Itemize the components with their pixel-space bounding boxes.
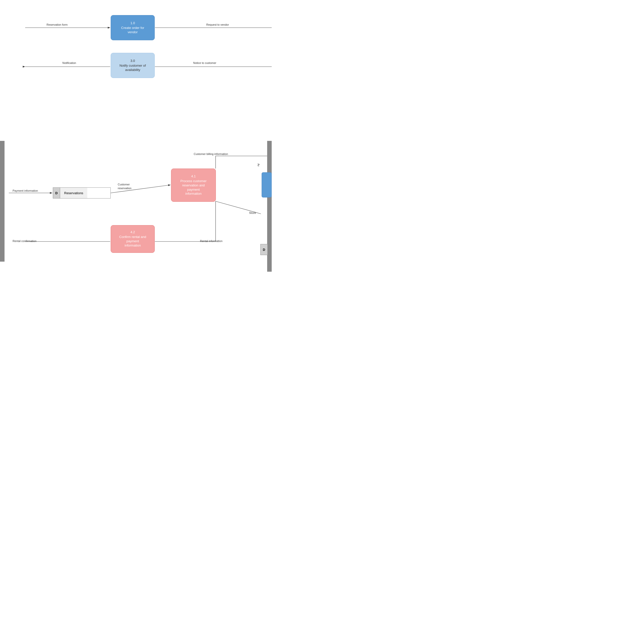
diagram-container: 1.0 Create order forvendor 3.0 Notify cu… <box>0 0 272 272</box>
label-rental-confirmation: Rental confirmation <box>13 239 36 243</box>
label-stock: Stock <box>249 211 256 214</box>
label-notice-customer: Notice to customer <box>193 61 216 64</box>
datastore-bottom: D <box>260 244 272 255</box>
swimlane-left <box>0 141 5 262</box>
box-41-label: Process customerreservation andpaymentin… <box>180 179 207 196</box>
box-1-number: 1.0 <box>130 21 135 25</box>
label-notification: Notification <box>62 61 76 64</box>
datastore-d-label: D <box>53 188 60 198</box>
box-42-label: Confirm rental andpaymentinformation <box>119 235 146 248</box>
box-1-label: Create order forvendor <box>121 26 144 34</box>
box-42-number: 4.2 <box>130 230 135 234</box>
box-41-number: 4.1 <box>191 174 196 178</box>
process-box-42: 4.2 Confirm rental andpaymentinformation <box>111 225 155 253</box>
label-customer-reservation: Customerreservation <box>118 183 131 190</box>
swimlane-right-bottom <box>267 201 272 272</box>
box-3-number: 3.0 <box>130 59 135 63</box>
label-payment-info: Payment information <box>13 189 38 192</box>
label-reservation-form: Reservation form <box>47 23 68 26</box>
datastore-reservations: D Reservations <box>53 187 111 198</box>
process-box-3: 3.0 Notify customer ofavailability <box>111 53 155 78</box>
box-3-label: Notify customer ofavailability <box>119 64 146 72</box>
label-customer-billing: Customer billing information <box>194 152 228 155</box>
process-box-41: 4.1 Process customerreservation andpayme… <box>171 169 216 202</box>
process-box-1: 1.0 Create order forvendor <box>111 15 155 40</box>
label-availability: Av <box>257 164 260 167</box>
label-rental-info: Rental information <box>200 239 222 243</box>
datastore-reservations-name: Reservations <box>60 188 87 198</box>
label-request-vendor: Request to vendor <box>206 23 229 26</box>
process-box-right <box>262 172 272 197</box>
datastore-bottom-d-label: D <box>261 244 268 255</box>
